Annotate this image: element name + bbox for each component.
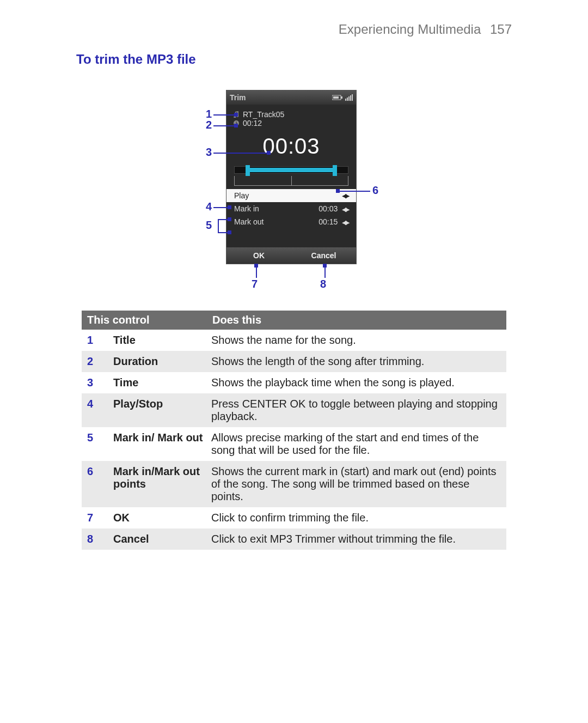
play-label: Play	[234, 191, 249, 200]
trim-ticks	[234, 176, 348, 186]
left-right-arrows-icon: ◀▶	[342, 219, 348, 226]
left-right-arrows-icon: ◀▶	[342, 206, 348, 212]
chapter-title: Experiencing Multimedia	[339, 22, 481, 37]
leader-dot	[267, 151, 271, 155]
svg-rect-4	[347, 98, 348, 101]
ok-button[interactable]: OK	[226, 247, 291, 264]
row-name: Time	[113, 376, 211, 389]
table-header: This control Does this	[82, 311, 506, 330]
track-duration: 00:12	[243, 119, 262, 127]
leader-3	[213, 153, 268, 154]
row-desc: Shows the playback time when the song is…	[211, 376, 501, 389]
row-desc: Shows the name for the song.	[211, 334, 501, 347]
row-number: 2	[87, 355, 113, 368]
table-row: 7 OK Click to confirm trimming the file.	[82, 507, 506, 528]
svg-rect-1	[333, 96, 339, 99]
row-name: Mark in/Mark out points	[113, 465, 211, 490]
trim-slider[interactable]	[234, 166, 348, 174]
mark-in-handle[interactable]	[246, 165, 250, 176]
page-number: 157	[490, 22, 512, 37]
header-control: This control	[87, 314, 212, 326]
screen-title: Trim	[230, 93, 246, 102]
leader-dot	[254, 264, 258, 268]
row-desc: Shows the current mark in (start) and ma…	[211, 465, 501, 503]
table-row: 4 Play/Stop Press CENTER OK to toggle be…	[82, 393, 506, 427]
leader-1	[213, 114, 235, 116]
left-right-arrows-icon: ◀▶	[342, 192, 348, 199]
softkey-bar: OK Cancel	[226, 247, 356, 264]
controls-table: This control Does this 1 Title Shows the…	[82, 311, 506, 550]
cancel-button[interactable]: Cancel	[291, 247, 356, 264]
phone-topbar: Trim	[226, 90, 356, 105]
row-number: 6	[87, 465, 113, 478]
table-row: 5 Mark in/ Mark out Allows precise marki…	[82, 427, 506, 461]
track-info: RT_Track05 00:12	[226, 105, 356, 129]
leader-dot	[228, 205, 231, 209]
table-row: 3 Time Shows the playback time when the …	[82, 372, 506, 393]
leader-5c	[218, 232, 229, 233]
mark-in-label: Mark in	[234, 204, 259, 213]
leader-dot	[234, 124, 238, 127]
row-desc: Allows precise marking of the start and …	[211, 432, 501, 457]
track-name: RT_Track05	[243, 110, 284, 119]
row-desc: Shows the length of the song after trimm…	[211, 355, 501, 368]
mark-out-label: Mark out	[234, 217, 264, 226]
svg-rect-2	[341, 96, 342, 99]
row-number: 5	[87, 432, 113, 444]
leader-5b	[218, 219, 219, 232]
row-number: 7	[87, 512, 113, 524]
row-desc: Click to confirm trimming the file.	[211, 512, 501, 524]
leader-6	[338, 191, 370, 192]
callout-6: 6	[372, 184, 378, 197]
phone-screenshot: Trim RT_Track05 00:12 00:03 Play ◀▶ Mark…	[226, 90, 357, 264]
row-name: Cancel	[113, 533, 211, 545]
leader-dot	[323, 264, 327, 268]
leader-dot	[234, 113, 238, 117]
leader-2	[213, 125, 235, 126]
svg-rect-7	[352, 94, 353, 101]
mark-in-value: 00:03	[318, 204, 338, 213]
options-list: Play ◀▶ Mark in 00:03 ◀▶ Mark out 00:15 …	[226, 189, 356, 228]
mark-out-row[interactable]: Mark out 00:15 ◀▶	[226, 215, 356, 228]
battery-icon	[332, 95, 343, 100]
callout-3: 3	[206, 146, 212, 159]
row-number: 8	[87, 533, 113, 545]
table-row: 2 Duration Shows the length of the song …	[82, 351, 506, 372]
row-name: Mark in/ Mark out	[113, 432, 211, 444]
status-icons	[332, 94, 353, 101]
row-desc: Press CENTER OK to toggle between playin…	[211, 398, 501, 423]
leader-dot	[228, 230, 231, 234]
page-header: Experiencing Multimedia 157	[339, 22, 512, 37]
playback-time: 00:03	[226, 129, 356, 162]
callout-8: 8	[320, 278, 326, 290]
row-number: 1	[87, 334, 113, 347]
row-name: Duration	[113, 355, 211, 368]
svg-rect-5	[348, 96, 350, 101]
table-row: 1 Title Shows the name for the song.	[82, 330, 506, 351]
row-name: Play/Stop	[113, 398, 211, 410]
callout-2: 2	[206, 119, 212, 131]
row-number: 3	[87, 376, 113, 389]
row-number: 4	[87, 398, 113, 410]
row-desc: Click to exit MP3 Trimmer without trimmi…	[211, 533, 501, 545]
mark-out-handle[interactable]	[333, 165, 337, 176]
callout-7: 7	[252, 278, 258, 290]
signal-icon	[345, 94, 353, 101]
row-name: Title	[113, 334, 211, 347]
svg-rect-6	[350, 95, 351, 101]
leader-4	[213, 207, 229, 208]
mark-in-row[interactable]: Mark in 00:03 ◀▶	[226, 202, 356, 215]
row-name: OK	[113, 512, 211, 524]
section-title: To trim the MP3 file	[76, 52, 196, 67]
table-row: 8 Cancel Click to exit MP3 Trimmer witho…	[82, 528, 506, 550]
svg-rect-3	[345, 99, 346, 101]
leader-5a	[218, 219, 229, 220]
table-row: 6 Mark in/Mark out points Shows the curr…	[82, 461, 506, 507]
leader-dot	[336, 189, 340, 193]
callout-4: 4	[206, 201, 212, 213]
header-does: Does this	[212, 314, 261, 326]
callout-5: 5	[206, 219, 212, 232]
leader-dot	[228, 217, 231, 221]
mark-out-value: 00:15	[318, 217, 338, 226]
